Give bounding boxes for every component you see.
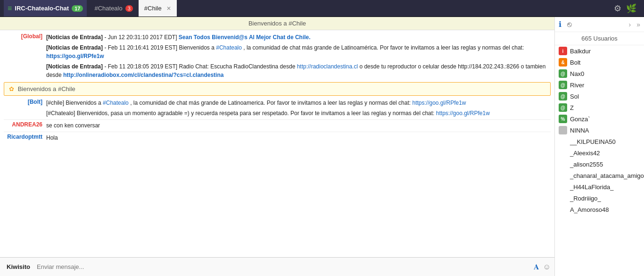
- user-name: Nax0: [570, 70, 584, 77]
- user-name: NINNA: [570, 127, 589, 134]
- msg-link[interactable]: https://goo.gl/RPfe1w: [412, 100, 466, 106]
- user-badge: @: [559, 81, 567, 89]
- chat-area: Bienvenidos a #Chile [Global] [Noticias …: [0, 17, 554, 276]
- user-count: 665 Usuarios: [555, 32, 644, 45]
- user-badge: @: [559, 92, 567, 100]
- msg-link[interactable]: http://onlineradiobox.com/cl/clandestina…: [63, 72, 223, 78]
- user-badge: [559, 171, 567, 180]
- msg-link[interactable]: https://goo.gl/RPfe1w: [436, 110, 490, 117]
- user-name: Bolt: [570, 59, 580, 66]
- tab-chile-label: #Chile: [144, 5, 162, 12]
- user-list: iBalkdur&Bolt@Nax0@River@Sol@Z%Gonza`NIN…: [555, 45, 644, 276]
- tab-chatealo[interactable]: #Chatealo 3: [89, 0, 138, 17]
- user-list-item[interactable]: _alison2555: [555, 159, 644, 170]
- msg-text: se con ken conversar: [46, 122, 100, 129]
- user-name: Balkdur: [570, 48, 591, 55]
- user-list-item[interactable]: iBalkdur: [555, 45, 644, 57]
- titlebar: ≡ IRC-Chatealo-Chat 17 #Chatealo 3 #Chil…: [0, 0, 644, 17]
- user-badge: [559, 194, 567, 202]
- right-panel: ℹ ⎋ › » 665 Usuarios iBalkdur&Bolt@Nax0@…: [554, 17, 644, 276]
- user-list-item[interactable]: %Gonza`: [555, 113, 644, 125]
- user-badge: [559, 137, 567, 146]
- divider: [4, 132, 551, 132]
- tab-chatealo-label: #Chatealo: [94, 5, 122, 12]
- user-list-item[interactable]: @Nax0: [555, 68, 644, 79]
- leaf-icon[interactable]: 🌿: [626, 3, 636, 14]
- app-name-label: IRC-Chatealo-Chat: [15, 5, 69, 12]
- user-name: _Aleexis42: [570, 150, 600, 157]
- msg-content: [Noticias de Entrada] - Feb 11 20:16:41 …: [46, 43, 551, 60]
- msg-content: [Noticias de Entrada] - Jun 12 20:31:10 …: [46, 33, 551, 42]
- user-badge: [559, 205, 567, 214]
- user-name: _chanaral_atacama_amigo: [570, 172, 644, 179]
- message-row: [Noticias de Entrada] - Feb 11 20:16:41 …: [4, 43, 551, 60]
- user-name: River: [570, 82, 584, 89]
- user-badge: &: [559, 58, 567, 67]
- user-list-item[interactable]: @River: [555, 79, 644, 91]
- app-name: ≡ IRC-Chatealo-Chat 17: [4, 0, 87, 17]
- user-list-item[interactable]: _Rodriiigo_: [555, 192, 644, 204]
- user-name: __KILPUEINA50: [570, 138, 616, 145]
- user-badge: i: [559, 47, 567, 55]
- user-list-item[interactable]: __KILPUEINA50: [555, 136, 644, 147]
- msg-text: - Feb 11 20:18:05 2019 EST] Radio Chat: …: [104, 63, 297, 70]
- text-format-icon[interactable]: 𝐀: [534, 263, 539, 271]
- tab-chatealo-badge: 3: [125, 5, 133, 12]
- msg-text: Hola: [46, 134, 58, 141]
- msg-nick: [Bolt]: [4, 99, 46, 105]
- user-list-item[interactable]: NINNA: [555, 125, 644, 136]
- user-list-item[interactable]: _chanaral_atacama_amigo: [555, 170, 644, 181]
- msg-link[interactable]: #Chatealo: [216, 44, 242, 51]
- msg-text: - Feb 11 20:16:41 2019 EST] Bienvenidos …: [104, 44, 216, 51]
- user-list-item[interactable]: _H44LaFlorida_: [555, 181, 644, 192]
- message-input[interactable]: [37, 263, 534, 270]
- info-icon[interactable]: ℹ: [559, 20, 561, 29]
- msg-link[interactable]: #Chatealo: [103, 100, 129, 106]
- emoji-icon[interactable]: ☺: [543, 263, 551, 271]
- input-icons: 𝐀 ☺: [534, 263, 551, 271]
- noticias-label: [Noticias de Entrada]: [46, 63, 103, 70]
- message-row: [Global] [Noticias de Entrada] - Jun 12 …: [4, 33, 551, 42]
- user-badge: [559, 160, 567, 168]
- channel-header: Bienvenidos a #Chile: [0, 17, 554, 30]
- user-name: _Rodriiigo_: [570, 195, 601, 202]
- user-list-item[interactable]: A_Amoroso48: [555, 204, 644, 215]
- noticias-label: [Noticias de Entrada]: [46, 44, 103, 51]
- tab-chile[interactable]: #Chile ✕: [139, 0, 177, 17]
- welcome-text: Bienvenidos a #Chile: [18, 85, 75, 92]
- divider: [4, 119, 551, 120]
- user-badge: %: [559, 115, 567, 123]
- msg-content: Hola: [46, 134, 551, 142]
- msg-text: , la comunidad de chat más grande de Lat…: [130, 100, 412, 106]
- chevron-right-icon[interactable]: ›: [629, 21, 631, 28]
- user-list-item[interactable]: _Aleexis42: [555, 147, 644, 159]
- main-layout: Bienvenidos a #Chile [Global] [Noticias …: [0, 17, 644, 276]
- msg-nick: [Global]: [4, 33, 46, 40]
- msg-content: [#Chatealo] Bienvenidos, pasa un momento…: [46, 109, 551, 117]
- user-list-item[interactable]: @Z: [555, 102, 644, 113]
- msg-text: - Jun 12 20:31:10 2017 EDT]: [104, 34, 178, 41]
- gear-icon[interactable]: ⚙: [614, 3, 621, 14]
- noticias-label: [Noticias de Entrada]: [46, 34, 103, 41]
- user-list-item[interactable]: @Sol: [555, 91, 644, 102]
- msg-text: [#Chatealo] Bienvenidos, pasa un momento…: [46, 110, 436, 117]
- user-badge: @: [559, 69, 567, 78]
- irc-icon: ≡: [8, 4, 12, 13]
- tab-close-icon[interactable]: ✕: [166, 5, 171, 12]
- star-icon: ✿: [9, 85, 14, 92]
- user-list-item[interactable]: &Bolt: [555, 57, 644, 68]
- msg-link[interactable]: Sean Todos Bienvenid@s Al Mejor Chat de …: [179, 34, 311, 41]
- msg-nick: ANDREA26: [4, 121, 46, 128]
- message-row: Ricardoptmtt Hola: [4, 134, 551, 142]
- user-name: Gonza`: [570, 116, 590, 123]
- msg-link[interactable]: http://radioclandestina.cl: [297, 63, 358, 70]
- msg-link[interactable]: https://goo.gl/RPfe1w: [46, 53, 104, 59]
- message-row: [#Chatealo] Bienvenidos, pasa un momento…: [4, 109, 551, 117]
- user-name: Sol: [570, 93, 579, 100]
- share-icon[interactable]: ⎋: [567, 20, 572, 29]
- user-name: A_Amoroso48: [570, 206, 609, 213]
- user-badge: @: [559, 103, 567, 112]
- input-bar: Kiwisito 𝐀 ☺: [0, 257, 554, 276]
- chevron-right-double-icon[interactable]: »: [636, 21, 640, 28]
- msg-content: [Noticias de Entrada] - Feb 11 20:18:05 …: [46, 62, 551, 79]
